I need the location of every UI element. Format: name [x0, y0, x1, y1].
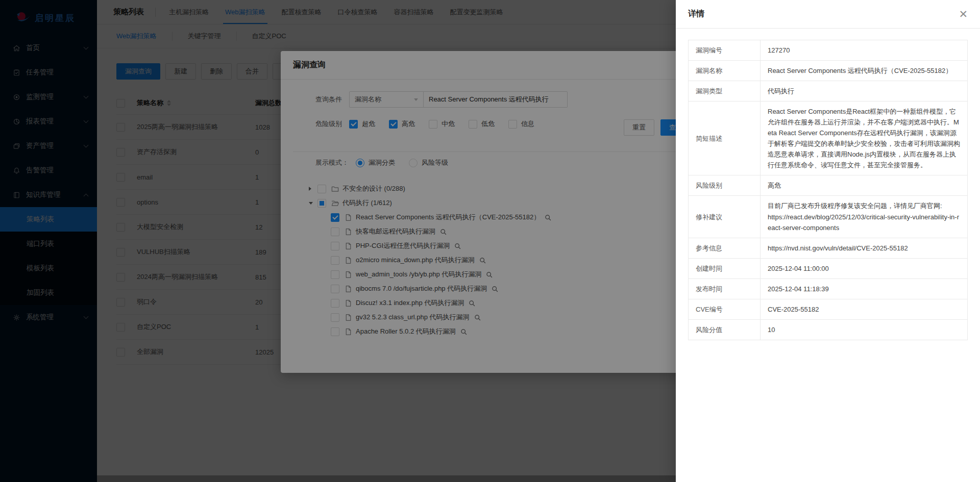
detail-row: CVE编号CVE-2025-55182: [689, 299, 968, 319]
detail-field-value: 目前厂商已发布升级程序修复该安全问题，详情见厂商官网: https://reac…: [761, 196, 968, 238]
detail-field-value: 2025-12-04 11:18:39: [761, 278, 968, 299]
drawer-header: 详情 ✕: [676, 0, 980, 29]
detail-drawer: 详情 ✕ 漏洞编号127270漏洞名称React Server Componen…: [676, 0, 980, 482]
detail-field-value: 代码执行: [761, 81, 968, 102]
drawer-title: 详情: [688, 9, 704, 19]
detail-field-value: 127270: [761, 40, 968, 61]
detail-field-label: 漏洞类型: [689, 81, 761, 102]
app-root: 启明星辰 首页任务管理监测管理报表管理资产管理告警管理知识库管理策略列表端口列表…: [0, 0, 980, 482]
detail-field-value: React Server Components 远程代码执行（CVE-2025-…: [761, 61, 968, 81]
detail-field-label: 风险分值: [689, 319, 761, 340]
detail-field-label: 创建时间: [689, 258, 761, 278]
detail-row: 漏洞名称React Server Components 远程代码执行（CVE-2…: [689, 61, 968, 81]
detail-field-label: 修补建议: [689, 196, 761, 238]
detail-row: 漏洞类型代码执行: [689, 81, 968, 102]
detail-row: 漏洞编号127270: [689, 40, 968, 61]
detail-row: 参考信息https://nvd.nist.gov/vuln/detail/CVE…: [689, 238, 968, 258]
detail-row: 发布时间2025-12-04 11:18:39: [689, 278, 968, 299]
detail-row: 简短描述React Server Components是React框架中的一种新…: [689, 102, 968, 175]
detail-field-label: 发布时间: [689, 278, 761, 299]
detail-row: 风险级别高危: [689, 175, 968, 196]
detail-field-label: 漏洞编号: [689, 40, 761, 61]
detail-table: 漏洞编号127270漏洞名称React Server Components 远程…: [688, 40, 968, 340]
detail-field-label: 简短描述: [689, 102, 761, 175]
detail-field-label: 风险级别: [689, 175, 761, 196]
detail-row: 风险分值10: [689, 319, 968, 340]
detail-field-label: 漏洞名称: [689, 61, 761, 81]
detail-field-value: https://nvd.nist.gov/vuln/detail/CVE-202…: [761, 238, 968, 258]
detail-field-value: 10: [761, 319, 968, 340]
detail-row: 修补建议目前厂商已发布升级程序修复该安全问题，详情见厂商官网: https://…: [689, 196, 968, 238]
detail-field-label: 参考信息: [689, 238, 761, 258]
detail-field-label: CVE编号: [689, 299, 761, 319]
detail-row: 创建时间2025-12-04 11:00:00: [689, 258, 968, 278]
detail-field-value: 2025-12-04 11:00:00: [761, 258, 968, 278]
detail-field-value: React Server Components是React框架中的一种新组件模型…: [761, 102, 968, 175]
detail-field-value: 高危: [761, 175, 968, 196]
detail-field-value: CVE-2025-55182: [761, 299, 968, 319]
close-icon[interactable]: ✕: [959, 9, 968, 19]
